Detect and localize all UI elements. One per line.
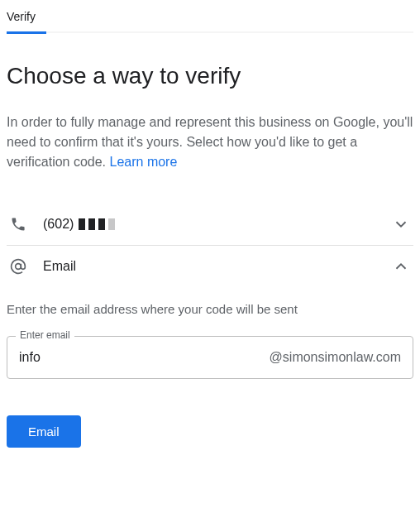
tab-verify[interactable]: Verify (7, 7, 36, 31)
email-instruction: Enter the email address where your code … (7, 302, 413, 316)
intro-body: In order to fully manage and represent t… (7, 115, 413, 169)
email-field[interactable] (19, 350, 270, 365)
option-phone[interactable]: (602) (7, 204, 413, 245)
email-input-wrapper[interactable]: Enter email @simonsimonlaw.com (7, 336, 413, 379)
option-email-label: Email (43, 259, 392, 274)
actions: Email (7, 415, 413, 448)
email-input-legend: Enter email (16, 329, 74, 341)
chevron-down-icon (392, 215, 410, 233)
phone-masked-digits (77, 218, 117, 230)
submit-email-button[interactable]: Email (7, 415, 81, 448)
intro-text: In order to fully manage and represent t… (7, 113, 413, 172)
phone-icon (10, 216, 30, 233)
chevron-up-icon (392, 257, 410, 276)
email-section: Enter the email address where your code … (7, 302, 413, 379)
option-phone-label: (602) (43, 217, 392, 232)
at-icon (10, 258, 30, 275)
option-email[interactable]: Email (7, 246, 413, 287)
learn-more-link[interactable]: Learn more (110, 155, 178, 169)
page-title: Choose a way to verify (7, 63, 413, 89)
tab-bar: Verify (7, 7, 413, 33)
email-domain-suffix: @simonsimonlaw.com (270, 350, 401, 365)
svg-point-0 (16, 264, 21, 270)
tab-underline (7, 31, 413, 33)
